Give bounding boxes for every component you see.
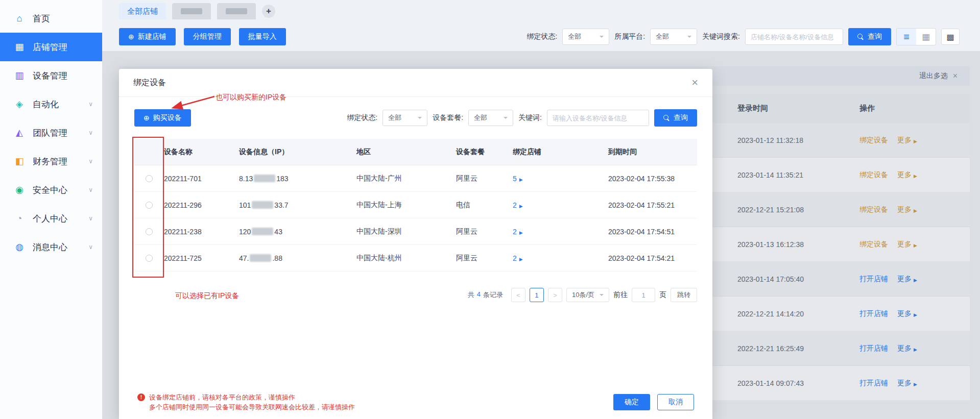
more-link[interactable]: 更多 [897, 136, 917, 145]
bind-status-select[interactable]: 全部 [562, 29, 609, 45]
bound-stores-link[interactable]: 2 [513, 201, 608, 209]
view-toggle-group [896, 28, 936, 45]
grid-view-button[interactable] [916, 29, 936, 45]
new-store-button[interactable]: 新建店铺 [119, 28, 176, 45]
exit-multiselect-button[interactable]: 退出多选 [919, 71, 948, 81]
modal-close-button[interactable] [691, 77, 698, 88]
column-device-info: 设备信息（IP） [239, 147, 356, 157]
sidebar-item[interactable]: 团队管理 [0, 118, 102, 147]
more-link[interactable]: 更多 [897, 309, 917, 318]
device-keyword-input[interactable] [547, 110, 649, 126]
plan-cell: 阿里云 [456, 227, 513, 236]
chevron-down-icon [600, 294, 604, 298]
goto-label: 前往 [613, 290, 628, 300]
warning-line-1: 设备绑定店铺前，请核对各平台的政策，谨慎操作 [149, 393, 295, 401]
radio-cell [134, 228, 164, 235]
bind-status-label: 绑定状态: [347, 113, 377, 122]
login-time-cell: 2023-01-12 11:32:18 [737, 136, 859, 144]
device-radio[interactable] [146, 202, 153, 209]
chevron-down-icon [88, 215, 93, 222]
tab-store-redacted-1[interactable] [172, 3, 211, 19]
add-tab-button[interactable] [262, 5, 275, 18]
row-action-link[interactable]: 绑定设备 [859, 205, 888, 214]
device-radio[interactable] [146, 255, 153, 262]
expire-time-cell: 2023-02-04 17:54:51 [608, 228, 697, 236]
more-link[interactable]: 更多 [897, 379, 917, 388]
sidebar-item-label: 店铺管理 [33, 41, 67, 53]
search-label: 查询 [868, 32, 882, 41]
sidebar-item[interactable]: 首页 [0, 4, 102, 33]
more-link[interactable]: 更多 [897, 205, 917, 214]
bound-stores-link[interactable]: 2 [513, 254, 608, 262]
buy-device-button[interactable]: 购买设备 [134, 109, 191, 127]
bound-stores-cell: 2 [513, 228, 608, 236]
next-page-button[interactable]: > [548, 288, 562, 302]
row-action-link[interactable]: 打开店铺 [859, 309, 888, 318]
column-login-time: 登录时间 [737, 104, 859, 113]
search-button[interactable]: 查询 [848, 28, 891, 45]
more-link[interactable]: 更多 [897, 344, 917, 353]
sidebar-item[interactable]: 安全中心 [0, 176, 102, 204]
batch-import-label: 批量导入 [248, 32, 277, 41]
sidebar-item[interactable]: 自动化 [0, 90, 102, 118]
tab-store-redacted-2[interactable] [217, 3, 256, 19]
device-name-cell: 202211-725 [164, 254, 239, 262]
triangle-right-icon [914, 206, 917, 214]
modal-search-button[interactable]: 查询 [654, 109, 697, 127]
triangle-right-icon [519, 228, 523, 236]
row-action-link[interactable]: 打开店铺 [859, 344, 888, 353]
sidebar-item[interactable]: 店铺管理 [0, 33, 102, 61]
layout-view-button[interactable] [941, 29, 960, 45]
row-action-link[interactable]: 绑定设备 [859, 170, 888, 180]
bound-stores-link[interactable]: 5 [513, 175, 608, 183]
sidebar-item[interactable]: 消息中心 [0, 233, 102, 261]
sidebar-item[interactable]: 财务管理 [0, 147, 102, 176]
row-action-link[interactable]: 打开店铺 [859, 275, 888, 284]
platform-label: 所属平台: [614, 32, 645, 41]
batch-import-button[interactable]: 批量导入 [239, 28, 286, 45]
tab-all-stores[interactable]: 全部店铺 [119, 3, 166, 19]
device-row: 202211-725 47. .88 中国大陆-杭州 阿里云 2 2023-02… [134, 245, 697, 272]
more-link[interactable]: 更多 [897, 170, 917, 180]
close-icon[interactable] [953, 71, 958, 81]
sidebar-item-icon [13, 157, 26, 166]
jump-button[interactable]: 跳转 [671, 288, 697, 302]
more-label: 更多 [897, 379, 912, 388]
modal-footer: 设备绑定店铺前，请核对各平台的政策，谨慎操作 多个店铺同时使用同一设备可能会导致… [119, 385, 712, 419]
sidebar-item-icon [13, 71, 26, 80]
sidebar-item-icon [13, 128, 26, 137]
chevron-down-icon [88, 243, 93, 251]
keyword-search-input[interactable] [745, 29, 843, 45]
column-region: 地区 [356, 147, 456, 157]
cancel-button[interactable]: 取消 [657, 394, 694, 410]
device-table: 设备名称 设备信息（IP） 地区 设备套餐 绑定店铺 到期时间 202211-7… [134, 139, 697, 272]
row-action-link[interactable]: 绑定设备 [859, 136, 888, 145]
row-action-link[interactable]: 绑定设备 [859, 240, 888, 249]
device-plan-select[interactable]: 全部 [468, 110, 513, 126]
device-radio[interactable] [146, 175, 153, 182]
device-radio[interactable] [146, 228, 153, 235]
more-link[interactable]: 更多 [897, 240, 917, 249]
region-cell: 中国大陆-杭州 [356, 254, 456, 263]
current-page-button[interactable]: 1 [530, 288, 544, 302]
bound-stores-link[interactable]: 2 [513, 228, 608, 236]
topbar: 全部店铺 新建店铺 分组管理 批量导入 绑定状态: 全部 所属平台: 全部 关 [102, 0, 980, 51]
confirm-button[interactable]: 确定 [613, 394, 650, 410]
group-manage-button[interactable]: 分组管理 [184, 28, 231, 45]
chevron-down-icon [88, 186, 93, 193]
sidebar-item[interactable]: 个人中心 [0, 204, 102, 233]
ip-prefix: 120 [239, 228, 251, 236]
row-action-link[interactable]: 打开店铺 [859, 379, 888, 388]
sidebar-item[interactable]: 设备管理 [0, 61, 102, 90]
login-time-cell: 2022-12-21 14:14:20 [737, 310, 859, 318]
list-view-button[interactable] [897, 29, 916, 45]
sidebar-item-label: 消息中心 [33, 241, 67, 253]
more-link[interactable]: 更多 [897, 275, 917, 284]
prev-page-button[interactable]: < [511, 288, 525, 302]
modal-bind-status-select[interactable]: 全部 [383, 110, 427, 126]
platform-select[interactable]: 全部 [650, 29, 697, 45]
page-size-select[interactable]: 10条/页 [566, 288, 609, 302]
column-device-name: 设备名称 [164, 147, 239, 157]
goto-page-input[interactable] [632, 288, 655, 302]
device-name-cell: 202211-238 [164, 228, 239, 236]
